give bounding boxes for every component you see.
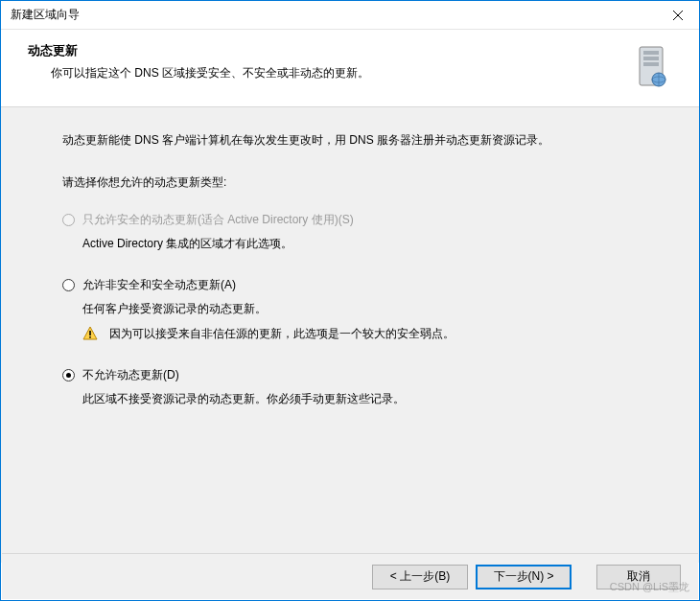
wizard-footer: < 上一步(B) 下一步(N) > 取消 bbox=[2, 553, 698, 599]
svg-rect-10 bbox=[89, 331, 91, 335]
radio-nonsecure-desc: 任何客户接受资源记录的动态更新。 bbox=[82, 299, 653, 318]
close-icon bbox=[673, 11, 683, 20]
radio-secure-only bbox=[62, 214, 75, 226]
wizard-header: 动态更新 你可以指定这个 DNS 区域接受安全、不安全或非动态的更新。 bbox=[1, 30, 699, 107]
next-button[interactable]: 下一步(N) > bbox=[476, 565, 572, 589]
option-secure-only: 只允许安全的动态更新(适合 Active Directory 使用)(S) Ac… bbox=[62, 212, 653, 253]
title-bar: 新建区域向导 bbox=[1, 1, 699, 30]
radio-no-dynamic[interactable] bbox=[62, 369, 75, 381]
header-subtitle: 你可以指定这个 DNS 区域接受安全、不安全或非动态的更新。 bbox=[51, 65, 620, 81]
option-nonsecure[interactable]: 允许非安全和安全动态更新(A) 任何客户接受资源记录的动态更新。 因为可以接受来… bbox=[62, 277, 653, 344]
option-no-dynamic[interactable]: 不允许动态更新(D) 此区域不接受资源记录的动态更新。你必须手动更新这些记录。 bbox=[62, 367, 653, 408]
server-icon bbox=[632, 43, 674, 89]
header-title: 动态更新 bbox=[28, 43, 620, 59]
svg-rect-3 bbox=[643, 51, 659, 55]
intro-text: 动态更新能使 DNS 客户端计算机在每次发生更改时，用 DNS 服务器注册并动态… bbox=[62, 130, 653, 150]
radio-secure-only-desc: Active Directory 集成的区域才有此选项。 bbox=[82, 234, 653, 253]
radio-secure-only-label: 只允许安全的动态更新(适合 Active Directory 使用)(S) bbox=[82, 212, 354, 228]
radio-no-dynamic-desc: 此区域不接受资源记录的动态更新。你必须手动更新这些记录。 bbox=[82, 389, 653, 408]
radio-nonsecure-warning: 因为可以接受来自非信任源的更新，此选项是一个较大的安全弱点。 bbox=[109, 324, 455, 343]
svg-rect-11 bbox=[89, 336, 91, 338]
svg-rect-4 bbox=[643, 57, 659, 60]
radio-no-dynamic-label: 不允许动态更新(D) bbox=[82, 367, 179, 383]
window-title: 新建区域向导 bbox=[11, 7, 80, 23]
wizard-body: 动态更新能使 DNS 客户端计算机在每次发生更改时，用 DNS 服务器注册并动态… bbox=[1, 107, 699, 563]
svg-rect-5 bbox=[643, 62, 659, 66]
radio-nonsecure-label: 允许非安全和安全动态更新(A) bbox=[82, 277, 236, 293]
close-button[interactable] bbox=[656, 1, 699, 30]
prompt-text: 请选择你想允许的动态更新类型: bbox=[62, 174, 653, 191]
warning-icon bbox=[82, 326, 98, 341]
back-button[interactable]: < 上一步(B) bbox=[372, 565, 468, 589]
cancel-button[interactable]: 取消 bbox=[596, 565, 681, 589]
radio-nonsecure[interactable] bbox=[62, 279, 75, 291]
